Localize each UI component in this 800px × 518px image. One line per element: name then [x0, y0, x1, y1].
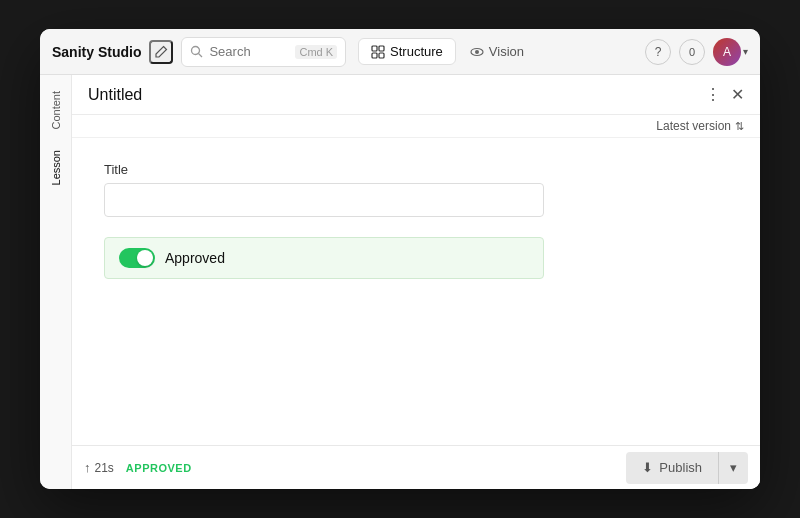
titlebar: Sanity Studio Cmd K Structur	[40, 29, 760, 75]
svg-point-7	[475, 50, 479, 54]
edit-button[interactable]	[149, 40, 173, 64]
structure-icon	[371, 45, 385, 59]
publish-group: ⬇ Publish ▾	[626, 452, 748, 484]
version-icon: ⇅	[735, 120, 744, 133]
version-selector[interactable]: Latest version ⇅	[656, 119, 744, 133]
search-shortcut: Cmd K	[295, 45, 337, 59]
search-bar[interactable]: Cmd K	[181, 37, 346, 67]
app-name: Sanity Studio	[52, 44, 141, 60]
search-icon	[190, 45, 203, 58]
help-icon: ?	[655, 45, 662, 59]
title-field-label: Title	[104, 162, 728, 177]
main-area: Content Lesson Untitled ⋮ ✕ Latest versi…	[40, 75, 760, 489]
toggle-thumb	[137, 250, 153, 266]
svg-rect-5	[379, 53, 384, 58]
approved-status-badge: APPROVED	[126, 462, 192, 474]
publish-button[interactable]: ⬇ Publish	[626, 452, 718, 484]
sidebar-tab-lesson[interactable]: Lesson	[44, 142, 68, 193]
doc-body: Title Approved	[72, 138, 760, 445]
notif-count: 0	[689, 46, 695, 58]
version-bar: Latest version ⇅	[72, 115, 760, 138]
notifications-button[interactable]: 0	[679, 39, 705, 65]
edit-icon	[154, 45, 168, 59]
tab-vision[interactable]: Vision	[458, 39, 536, 64]
doc-title: Untitled	[88, 86, 705, 104]
tab-vision-label: Vision	[489, 44, 524, 59]
doc-header-actions: ⋮ ✕	[705, 85, 744, 104]
svg-rect-4	[372, 53, 377, 58]
sidebar-tabs: Content Lesson	[40, 75, 72, 489]
search-input[interactable]	[209, 44, 289, 59]
publish-label: Publish	[659, 460, 702, 475]
close-button[interactable]: ✕	[731, 85, 744, 104]
nav-tabs: Structure Vision	[358, 38, 536, 65]
svg-rect-3	[379, 46, 384, 51]
title-input[interactable]	[104, 183, 544, 217]
user-dropdown-chevron: ▾	[743, 46, 748, 57]
avatar-initial: A	[723, 45, 731, 59]
doc-footer: ↑ 21s APPROVED ⬇ Publish ▾	[72, 445, 760, 489]
vision-icon	[470, 45, 484, 59]
svg-point-0	[192, 47, 200, 55]
tab-structure[interactable]: Structure	[358, 38, 456, 65]
help-button[interactable]: ?	[645, 39, 671, 65]
approved-label: Approved	[165, 250, 225, 266]
sync-icon: ↑	[84, 460, 91, 475]
publish-dropdown-chevron: ▾	[730, 460, 737, 475]
more-options-button[interactable]: ⋮	[705, 85, 723, 104]
version-label: Latest version	[656, 119, 731, 133]
sync-time: 21s	[95, 461, 114, 475]
user-menu[interactable]: A ▾	[713, 38, 748, 66]
toggle-track	[119, 248, 155, 268]
svg-rect-2	[372, 46, 377, 51]
svg-line-1	[199, 54, 203, 58]
avatar: A	[713, 38, 741, 66]
document-editor: Untitled ⋮ ✕ Latest version ⇅ Title	[72, 75, 760, 489]
publish-icon: ⬇	[642, 460, 653, 475]
title-field-group: Title	[104, 162, 728, 217]
publish-dropdown-button[interactable]: ▾	[718, 452, 748, 484]
app-window: Sanity Studio Cmd K Structur	[40, 29, 760, 489]
doc-header: Untitled ⋮ ✕	[72, 75, 760, 115]
approved-toggle-row: Approved	[104, 237, 544, 279]
sidebar-tab-content[interactable]: Content	[44, 83, 68, 138]
sync-status: ↑ 21s	[84, 460, 114, 475]
approved-toggle[interactable]	[119, 248, 155, 268]
tab-structure-label: Structure	[390, 44, 443, 59]
